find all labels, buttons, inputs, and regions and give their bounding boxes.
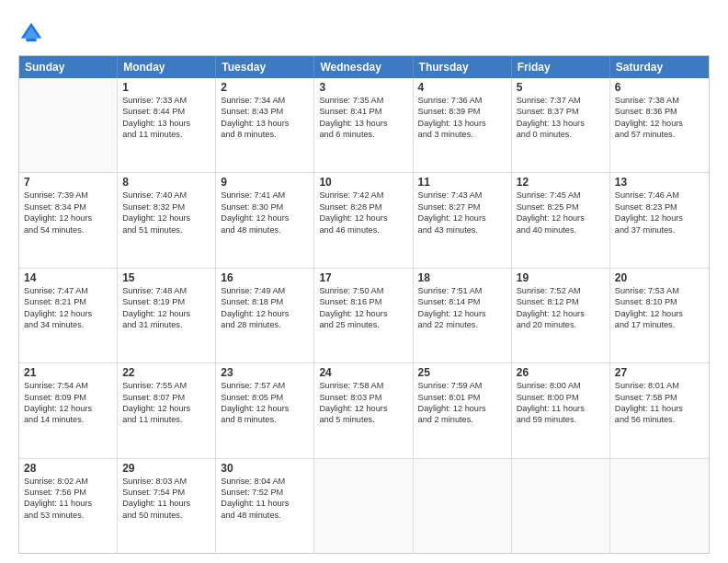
cell-line-0: Sunrise: 7:42 AM	[319, 190, 407, 201]
page: SundayMondayTuesdayWednesdayThursdayFrid…	[0, 0, 728, 563]
cell-line-2: Daylight: 13 hours	[319, 118, 407, 129]
cell-line-1: Sunset: 8:43 PM	[221, 106, 309, 117]
cell-line-2: Daylight: 13 hours	[517, 118, 605, 129]
cell-line-3: and 53 minutes.	[24, 510, 112, 521]
day-number: 5	[517, 81, 605, 94]
cell-line-1: Sunset: 7:54 PM	[122, 487, 210, 498]
cell-line-1: Sunset: 8:10 PM	[615, 296, 704, 307]
header-cell-saturday: Saturday	[610, 56, 709, 78]
day-number: 24	[319, 366, 407, 379]
cal-cell-3-4: 25Sunrise: 7:59 AMSunset: 8:01 PMDayligh…	[414, 363, 512, 457]
cell-line-1: Sunset: 8:23 PM	[615, 201, 704, 213]
cell-line-2: Daylight: 12 hours	[122, 403, 210, 414]
cell-line-2: Daylight: 12 hours	[319, 308, 407, 319]
cell-line-0: Sunrise: 8:02 AM	[24, 476, 112, 487]
cell-line-2: Daylight: 12 hours	[319, 213, 407, 224]
cal-cell-3-5: 26Sunrise: 8:00 AMSunset: 8:00 PMDayligh…	[512, 363, 610, 457]
cell-line-2: Daylight: 11 hours	[24, 498, 112, 509]
logo	[18, 20, 48, 46]
cell-line-3: and 40 minutes.	[517, 224, 605, 236]
cell-line-0: Sunrise: 7:55 AM	[122, 380, 210, 391]
day-number: 22	[122, 366, 210, 379]
cell-line-3: and 57 minutes.	[615, 129, 704, 140]
cell-line-1: Sunset: 7:58 PM	[615, 392, 704, 403]
cell-line-1: Sunset: 8:27 PM	[418, 201, 506, 213]
cal-cell-0-0	[19, 78, 118, 172]
cell-line-2: Daylight: 12 hours	[24, 308, 112, 319]
cell-line-0: Sunrise: 7:58 AM	[319, 380, 407, 391]
cal-cell-1-0: 7Sunrise: 7:39 AMSunset: 8:34 PMDaylight…	[19, 173, 118, 267]
cell-line-1: Sunset: 8:01 PM	[418, 392, 506, 403]
cell-line-0: Sunrise: 7:47 AM	[24, 285, 112, 296]
day-number: 23	[221, 366, 309, 379]
cell-line-2: Daylight: 11 hours	[517, 403, 605, 414]
cell-line-0: Sunrise: 7:48 AM	[122, 285, 210, 296]
cell-line-1: Sunset: 8:00 PM	[517, 392, 605, 403]
header-cell-monday: Monday	[118, 56, 216, 78]
cell-line-0: Sunrise: 7:46 AM	[615, 190, 704, 201]
calendar: SundayMondayTuesdayWednesdayThursdayFrid…	[18, 55, 710, 554]
cal-cell-3-0: 21Sunrise: 7:54 AMSunset: 8:09 PMDayligh…	[19, 363, 118, 457]
header	[18, 17, 710, 46]
cell-line-3: and 48 minutes.	[221, 510, 309, 521]
cell-line-1: Sunset: 8:34 PM	[24, 201, 112, 213]
cell-line-3: and 37 minutes.	[615, 224, 704, 236]
cell-line-3: and 2 minutes.	[418, 414, 506, 425]
cell-line-1: Sunset: 8:41 PM	[319, 106, 407, 117]
cell-line-0: Sunrise: 7:37 AM	[517, 95, 605, 106]
cell-line-0: Sunrise: 7:41 AM	[221, 190, 309, 201]
cell-line-1: Sunset: 8:28 PM	[319, 201, 407, 213]
cell-line-1: Sunset: 8:37 PM	[517, 106, 605, 117]
cal-cell-1-2: 9Sunrise: 7:41 AMSunset: 8:30 PMDaylight…	[216, 173, 314, 267]
cell-line-2: Daylight: 13 hours	[418, 118, 506, 129]
cell-line-0: Sunrise: 7:49 AM	[221, 285, 309, 296]
cell-line-0: Sunrise: 7:54 AM	[24, 380, 112, 391]
cell-line-1: Sunset: 8:07 PM	[122, 392, 210, 403]
cell-line-0: Sunrise: 7:34 AM	[221, 95, 309, 106]
cell-line-2: Daylight: 12 hours	[615, 308, 704, 319]
day-number: 4	[418, 81, 506, 94]
cell-line-0: Sunrise: 7:57 AM	[221, 380, 309, 391]
cell-line-3: and 43 minutes.	[418, 224, 506, 236]
cell-line-3: and 20 minutes.	[517, 319, 605, 330]
cell-line-1: Sunset: 7:56 PM	[24, 487, 112, 498]
day-number: 16	[221, 271, 309, 284]
cell-line-1: Sunset: 8:14 PM	[418, 296, 506, 307]
cal-cell-0-5: 5Sunrise: 7:37 AMSunset: 8:37 PMDaylight…	[512, 78, 610, 172]
day-number: 21	[24, 366, 112, 379]
cal-cell-4-3	[314, 459, 413, 553]
calendar-header-row: SundayMondayTuesdayWednesdayThursdayFrid…	[19, 56, 709, 78]
header-cell-friday: Friday	[512, 56, 610, 78]
header-cell-sunday: Sunday	[19, 56, 118, 78]
cell-line-3: and 51 minutes.	[122, 224, 210, 236]
cal-cell-4-4	[414, 459, 512, 553]
calendar-row-4: 28Sunrise: 8:02 AMSunset: 7:56 PMDayligh…	[19, 458, 709, 553]
cell-line-2: Daylight: 12 hours	[517, 213, 605, 224]
cell-line-3: and 31 minutes.	[122, 319, 210, 330]
cell-line-2: Daylight: 11 hours	[221, 498, 309, 509]
day-number: 10	[319, 176, 407, 189]
day-number: 18	[418, 271, 506, 284]
cell-line-3: and 5 minutes.	[319, 414, 407, 425]
cell-line-2: Daylight: 12 hours	[122, 308, 210, 319]
cell-line-2: Daylight: 11 hours	[615, 403, 704, 414]
cell-line-1: Sunset: 8:39 PM	[418, 106, 506, 117]
cal-cell-4-5	[512, 459, 610, 553]
cell-line-3: and 50 minutes.	[122, 510, 210, 521]
day-number: 20	[615, 271, 704, 284]
cell-line-0: Sunrise: 7:33 AM	[122, 95, 210, 106]
header-cell-tuesday: Tuesday	[216, 56, 314, 78]
day-number: 2	[221, 81, 309, 94]
cell-line-2: Daylight: 12 hours	[418, 308, 506, 319]
cal-cell-3-3: 24Sunrise: 7:58 AMSunset: 8:03 PMDayligh…	[314, 363, 413, 457]
cell-line-1: Sunset: 8:18 PM	[221, 296, 309, 307]
cal-cell-2-5: 19Sunrise: 7:52 AMSunset: 8:12 PMDayligh…	[512, 269, 610, 362]
cell-line-0: Sunrise: 7:59 AM	[418, 380, 506, 391]
cal-cell-2-4: 18Sunrise: 7:51 AMSunset: 8:14 PMDayligh…	[414, 269, 512, 362]
calendar-row-2: 14Sunrise: 7:47 AMSunset: 8:21 PMDayligh…	[19, 268, 709, 362]
header-cell-wednesday: Wednesday	[314, 56, 413, 78]
cal-cell-1-3: 10Sunrise: 7:42 AMSunset: 8:28 PMDayligh…	[314, 173, 413, 267]
cell-line-3: and 11 minutes.	[122, 129, 210, 140]
cell-line-3: and 3 minutes.	[418, 129, 506, 140]
cell-line-0: Sunrise: 8:00 AM	[517, 380, 605, 391]
